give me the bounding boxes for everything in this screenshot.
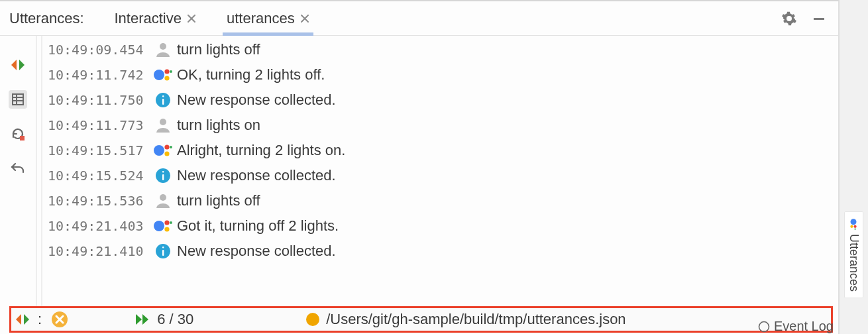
svg-point-33 bbox=[854, 225, 857, 228]
timestamp: 10:49:15.536 bbox=[48, 193, 150, 209]
svg-point-23 bbox=[154, 221, 164, 231]
svg-point-36 bbox=[759, 321, 769, 331]
log-row: 10:49:15.524New response collected. bbox=[42, 163, 838, 188]
layout-icon[interactable] bbox=[9, 90, 27, 109]
status-path: /Users/git/gh-sample/build/tmp/utterance… bbox=[326, 311, 625, 328]
status-bar: : 6 / 30 /Users/git/gh-sample/build/tmp/… bbox=[9, 306, 833, 333]
assistant-icon bbox=[848, 218, 860, 230]
svg-point-25 bbox=[164, 227, 169, 231]
sidebar-tab-label: Utterances bbox=[847, 234, 861, 292]
log-message: New response collected. bbox=[177, 243, 336, 260]
event-log-label: Event Log bbox=[774, 319, 834, 334]
svg-point-6 bbox=[160, 43, 166, 50]
close-icon[interactable] bbox=[187, 14, 196, 23]
svg-point-26 bbox=[170, 221, 172, 224]
timestamp: 10:49:15.524 bbox=[48, 168, 150, 184]
svg-point-8 bbox=[164, 69, 169, 74]
log-row: 10:49:15.517Alright, turning 2 lights on… bbox=[42, 138, 838, 163]
svg-point-14 bbox=[160, 119, 166, 125]
status-progress: 6 / 30 bbox=[157, 311, 193, 328]
timestamp: 10:49:11.773 bbox=[48, 117, 150, 133]
assistant-icon bbox=[150, 142, 176, 159]
log-message: New response collected. bbox=[177, 167, 336, 184]
svg-point-22 bbox=[160, 194, 166, 201]
svg-point-9 bbox=[164, 76, 169, 80]
log-row: 10:49:21.410New response collected. bbox=[42, 239, 838, 264]
run-toggle-icon[interactable] bbox=[15, 312, 30, 327]
log-row: 10:49:21.425turn lights on bbox=[42, 264, 838, 266]
timestamp: 10:49:21.410 bbox=[48, 243, 150, 259]
tab-label: Interactive bbox=[115, 10, 182, 27]
minimize-icon[interactable] bbox=[812, 11, 826, 26]
svg-point-10 bbox=[170, 70, 172, 73]
svg-point-15 bbox=[154, 145, 164, 156]
svg-point-32 bbox=[851, 219, 857, 225]
log-message: turn lights off bbox=[177, 192, 260, 209]
event-log-link[interactable]: Event Log bbox=[758, 319, 834, 334]
panel-header: Utterances: Interactive utterances bbox=[0, 1, 838, 36]
cancel-icon[interactable] bbox=[51, 311, 68, 328]
svg-rect-5 bbox=[20, 136, 25, 140]
sidebar-tab-utterances[interactable]: Utterances bbox=[844, 211, 863, 298]
info-icon bbox=[150, 243, 176, 259]
user-icon bbox=[150, 117, 176, 134]
log-message: turn lights off bbox=[177, 41, 260, 58]
left-gutter bbox=[0, 36, 37, 306]
svg-rect-1 bbox=[13, 94, 23, 105]
svg-rect-0 bbox=[814, 18, 824, 20]
timestamp: 10:49:11.750 bbox=[48, 92, 150, 108]
status-dot-icon bbox=[306, 313, 319, 326]
svg-point-24 bbox=[164, 220, 169, 225]
info-icon bbox=[150, 168, 176, 184]
gear-icon[interactable] bbox=[781, 11, 797, 27]
svg-point-18 bbox=[170, 146, 172, 148]
assistant-icon bbox=[150, 66, 176, 84]
svg-rect-29 bbox=[162, 250, 164, 256]
log-row: 10:49:09.454turn lights off bbox=[42, 37, 838, 62]
svg-point-35 bbox=[855, 229, 856, 230]
timestamp: 10:49:15.517 bbox=[48, 142, 150, 158]
svg-point-34 bbox=[851, 225, 853, 228]
timestamp: 10:49:21.403 bbox=[48, 218, 150, 234]
assistant-icon bbox=[150, 217, 176, 235]
log-row: 10:49:21.403Got it, turning off 2 lights… bbox=[42, 213, 838, 239]
user-icon bbox=[150, 192, 176, 209]
tab-interactive[interactable]: Interactive bbox=[112, 1, 199, 35]
log-message: Alright, turning 2 lights on. bbox=[177, 142, 345, 159]
panel-title: Utterances: bbox=[9, 10, 84, 27]
tabs: Interactive utterances bbox=[112, 1, 312, 35]
tab-label: utterances bbox=[227, 10, 295, 27]
user-icon bbox=[150, 41, 176, 58]
log-message: Got it, turning off 2 lights. bbox=[177, 217, 339, 235]
svg-point-7 bbox=[154, 70, 164, 80]
status-colon: : bbox=[38, 311, 42, 328]
svg-point-17 bbox=[164, 151, 169, 156]
fast-forward-icon[interactable] bbox=[135, 313, 150, 326]
svg-rect-20 bbox=[162, 171, 164, 173]
undo-icon[interactable] bbox=[9, 159, 27, 178]
right-sidebar: Utterances bbox=[839, 0, 868, 334]
log-message: New response collected. bbox=[177, 91, 336, 109]
log-message: turn lights on bbox=[177, 117, 260, 134]
svg-rect-21 bbox=[162, 174, 164, 180]
close-icon[interactable] bbox=[300, 14, 309, 23]
svg-rect-28 bbox=[162, 247, 164, 249]
timestamp: 10:49:09.454 bbox=[48, 42, 150, 58]
svg-point-16 bbox=[164, 144, 169, 149]
info-icon bbox=[150, 92, 176, 108]
timestamp: 10:49:11.742 bbox=[48, 67, 150, 83]
run-toggle-icon[interactable] bbox=[9, 56, 27, 74]
log-row: 10:49:15.536turn lights off bbox=[42, 188, 838, 213]
log-row: 10:49:11.773turn lights on bbox=[42, 113, 838, 138]
log-row: 10:49:11.742OK, turning 2 lights off. bbox=[42, 62, 838, 87]
svg-rect-12 bbox=[162, 95, 164, 97]
tab-utterances[interactable]: utterances bbox=[224, 1, 312, 35]
rerun-icon[interactable] bbox=[9, 125, 27, 143]
log-row: 10:49:11.750New response collected. bbox=[42, 87, 838, 113]
log-panel[interactable]: 10:49:09.454turn lights off10:49:11.742O… bbox=[42, 36, 838, 306]
svg-rect-13 bbox=[162, 99, 164, 105]
log-message: OK, turning 2 lights off. bbox=[177, 66, 325, 84]
